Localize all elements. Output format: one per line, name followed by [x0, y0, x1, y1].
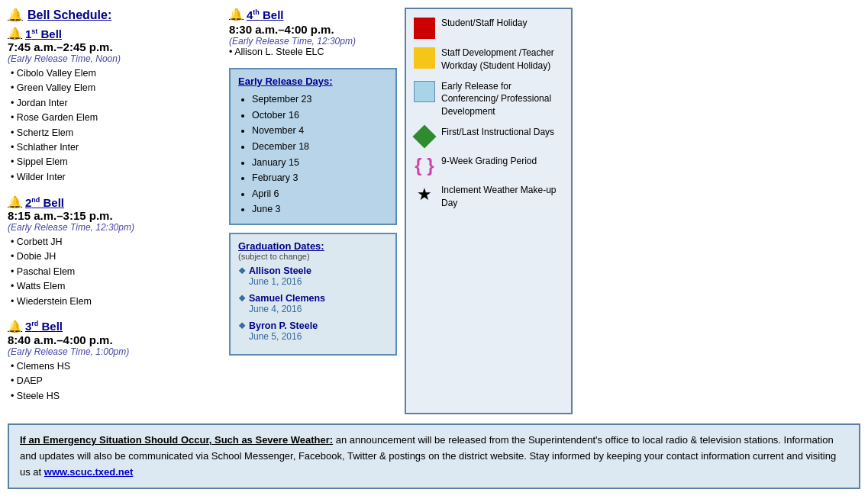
fourth-bell-early: (Early Release Time, 12:30pm): [229, 36, 397, 47]
star-icon: ★: [414, 184, 435, 205]
bell-icon: 🔔: [8, 8, 23, 22]
lightblue-box-icon: [414, 81, 435, 102]
bell-early-release: (Early Release Time, 12:30pm): [8, 222, 221, 233]
list-item: Cibolo Valley Elem: [11, 66, 221, 81]
graduation-entry: ❖ Byron P. SteeleJune 5, 2016: [238, 320, 388, 342]
legend-label: First/Last Instructional Days: [441, 126, 554, 139]
footer-bold: If an Emergency Situation Should Occur, …: [20, 434, 333, 446]
legend-label: Staff Development /Teacher Workday (Stud…: [441, 47, 563, 72]
bell-icon: 🔔: [8, 27, 22, 40]
bell-time: 8:15 a.m.–3:15 p.m.: [8, 209, 221, 222]
legend-column: Student/Staff HolidayStaff Development /…: [405, 8, 573, 414]
fourth-bell-title: 🔔 4th Bell: [229, 8, 397, 21]
legend-items: Student/Staff HolidayStaff Development /…: [414, 17, 563, 210]
legend-item: First/Last Instructional Days: [414, 126, 563, 147]
legend-item: { }9-Week Grading Period: [414, 155, 563, 176]
diamond-icon: [414, 126, 435, 147]
graduation-subtitle: (subject to change): [238, 252, 388, 261]
red-box-icon: [414, 18, 435, 39]
list-item: September 23: [252, 92, 388, 108]
legend-label: 9-Week Grading Period: [441, 155, 537, 168]
diamond-icon: ❖: [238, 266, 246, 276]
list-item: Schlather Inter: [11, 140, 221, 155]
list-item: Corbett JH: [11, 235, 221, 250]
graduation-school-date: June 4, 2016: [238, 304, 388, 314]
school-list: Corbett JHDobie JHPaschal ElemWatts Elem…: [8, 235, 221, 309]
bell-early-release: (Early Release Time, Noon): [8, 53, 221, 64]
bell-name: 🔔 2nd Bell: [8, 195, 221, 209]
list-item: January 15: [252, 155, 388, 171]
bell-time: 8:40 a.m.–4:00 p.m.: [8, 333, 221, 346]
graduation-list: ❖ Allison SteeleJune 1, 2016❖ Samuel Cle…: [238, 266, 388, 342]
fourth-bell-time: 8:30 a.m.–4:00 p.m.: [229, 23, 397, 36]
graduation-entry: ❖ Allison SteeleJune 1, 2016: [238, 266, 388, 287]
list-item: Schertz Elem: [11, 126, 221, 140]
fourth-bell-section: 🔔 4th Bell 8:30 a.m.–4:00 p.m. (Early Re…: [229, 8, 397, 57]
graduation-school-name: ❖ Byron P. Steele: [238, 320, 388, 331]
graduation-school-name: ❖ Samuel Clemens: [238, 293, 388, 304]
list-item: February 3: [252, 170, 388, 186]
bell-early-release: (Early Release Time, 1:00pm): [8, 346, 221, 357]
bell-icon: 🔔: [8, 320, 22, 333]
bell-schedule-column: 🔔 Bell Schedule: 🔔 1st Bell7:45 a.m.–2:4…: [8, 8, 221, 414]
legend-item: ★Inclement Weather Make-up Day: [414, 184, 563, 210]
legend-label: Inclement Weather Make-up Day: [441, 184, 563, 210]
early-release-days-box: Early Release Days: September 23October …: [229, 68, 397, 225]
footer-link[interactable]: www.scuc.txed.net: [44, 466, 134, 478]
graduation-school-name: ❖ Allison Steele: [238, 266, 388, 276]
early-release-title: Early Release Days:: [238, 76, 388, 87]
bell-section: 🔔 1st Bell7:45 a.m.–2:45 p.m.(Early Rele…: [8, 27, 221, 185]
list-item: Paschal Elem: [11, 265, 221, 279]
footer-bar: If an Emergency Situation Should Occur, …: [8, 423, 860, 489]
middle-column: 🔔 4th Bell 8:30 a.m.–4:00 p.m. (Early Re…: [229, 8, 397, 414]
list-item: Wilder Inter: [11, 170, 221, 185]
bell-icon: 🔔: [8, 195, 22, 209]
bell-icon-4: 🔔: [229, 8, 244, 21]
graduation-entry: ❖ Samuel ClemensJune 4, 2016: [238, 293, 388, 314]
list-item: Green Valley Elem: [11, 81, 221, 95]
graduation-title: Graduation Dates:: [238, 240, 388, 252]
legend-item: Student/Staff Holiday: [414, 17, 563, 39]
legend-label: Early Release for Conferencing/ Professi…: [441, 80, 563, 118]
list-item: October 16: [252, 108, 388, 124]
bell-name: 🔔 3rd Bell: [8, 320, 221, 333]
list-item: April 6: [252, 186, 388, 202]
list-item: Clemens HS: [11, 359, 221, 374]
list-item: Jordan Inter: [11, 96, 221, 111]
list-item: Steele HS: [11, 389, 221, 404]
list-item: December 18: [252, 139, 388, 155]
list-item: Rose Garden Elem: [11, 111, 221, 125]
bell-name: 🔔 1st Bell: [8, 27, 221, 40]
school-list: Cibolo Valley ElemGreen Valley ElemJorda…: [8, 66, 221, 185]
diamond-icon: ❖: [238, 321, 246, 331]
yellow-box-icon: [414, 47, 435, 69]
legend-label: Student/Staff Holiday: [441, 17, 528, 30]
list-item: DAEP: [11, 374, 221, 388]
graduation-school-date: June 5, 2016: [238, 331, 388, 342]
diamond-icon: ❖: [238, 294, 246, 304]
list-item: Watts Elem: [11, 279, 221, 294]
fourth-bell-school: • Allison L. Steele ELC: [229, 47, 397, 57]
bell-section: 🔔 3rd Bell8:40 a.m.–4:00 p.m.(Early Rele…: [8, 320, 221, 404]
bell-time: 7:45 a.m.–2:45 p.m.: [8, 40, 221, 53]
bell-section: 🔔 2nd Bell8:15 a.m.–3:15 p.m.(Early Rele…: [8, 195, 221, 309]
list-item: Dobie JH: [11, 250, 221, 264]
graduation-school-date: June 1, 2016: [238, 276, 388, 287]
legend-item: Staff Development /Teacher Workday (Stud…: [414, 47, 563, 72]
list-item: Sippel Elem: [11, 155, 221, 169]
list-item: November 4: [252, 123, 388, 139]
bracket-icon: { }: [414, 155, 435, 176]
school-list: Clemens HSDAEPSteele HS: [8, 359, 221, 404]
list-item: Wiederstein Elem: [11, 295, 221, 309]
list-item: June 3: [252, 201, 388, 217]
graduation-dates-box: Graduation Dates: (subject to change) ❖ …: [229, 233, 397, 356]
legend-item: Early Release for Conferencing/ Professi…: [414, 80, 563, 118]
bell-schedule-title: 🔔 Bell Schedule:: [8, 8, 221, 22]
early-release-list: September 23October 16November 4December…: [238, 92, 388, 217]
